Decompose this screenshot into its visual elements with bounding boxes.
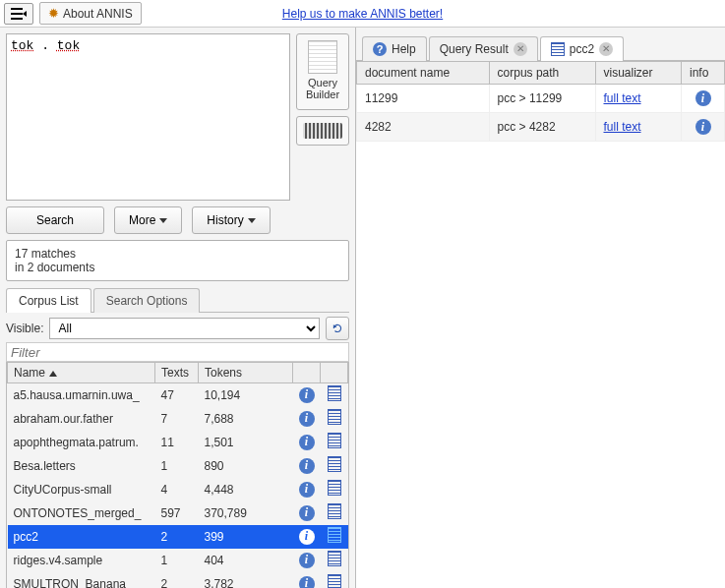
info-icon[interactable]: i — [299, 435, 315, 450]
help-us-link[interactable]: Help us to make ANNIS better! — [282, 7, 443, 21]
table-row[interactable]: Besa.letters1890i — [8, 454, 348, 478]
help-icon: ? — [373, 42, 387, 56]
document-icon[interactable] — [328, 480, 341, 496]
corpus-tokens: 370,789 — [199, 501, 293, 525]
query-builder-label: QueryBuilder — [306, 77, 339, 100]
doc-path: pcc > 11299 — [489, 85, 595, 113]
col-texts[interactable]: Texts — [155, 363, 199, 383]
corpus-tokens: 10,194 — [199, 383, 293, 407]
corpus-filter-input[interactable] — [6, 342, 349, 362]
table-row[interactable]: apophthegmata.patrum.111,501i — [8, 431, 348, 454]
menu-toggle-button[interactable] — [4, 3, 33, 25]
corpus-tokens: 3,782 — [199, 572, 293, 589]
table-row[interactable]: ridges.v4.sample1404i — [8, 549, 348, 572]
table-row: 11299pcc > 11299full texti — [357, 85, 725, 113]
corpus-name: abraham.our.father — [8, 407, 155, 431]
document-icon — [551, 42, 565, 56]
corpus-texts: 4 — [155, 478, 199, 501]
corpus-tokens: 404 — [199, 549, 293, 572]
keyboard-icon — [303, 123, 342, 139]
corpus-table: Name Texts Tokens a5.hausa.umarnin.uwa_4… — [7, 362, 348, 588]
document-icon[interactable] — [328, 456, 341, 472]
query-builder-button[interactable]: QueryBuilder — [296, 33, 349, 110]
document-icon[interactable] — [328, 527, 341, 543]
history-button[interactable]: History — [192, 206, 270, 234]
query-editor[interactable]: tok . tok — [6, 33, 290, 201]
document-icon[interactable] — [328, 385, 341, 401]
corpus-texts: 7 — [155, 407, 199, 431]
document-icon[interactable] — [328, 574, 341, 588]
col-name[interactable]: Name — [8, 363, 155, 383]
table-row[interactable]: abraham.our.father77,688i — [8, 407, 348, 431]
tab-help[interactable]: ? Help — [362, 36, 427, 61]
doc-path: pcc > 4282 — [489, 113, 595, 142]
chevron-down-icon — [159, 218, 167, 223]
tab-corpus-list[interactable]: Corpus List — [6, 288, 91, 313]
corpus-name: pcc2 — [8, 525, 155, 549]
visible-label: Visible: — [6, 322, 43, 335]
corpus-tokens: 7,688 — [199, 407, 293, 431]
status-box: 17 matches in 2 documents — [6, 240, 349, 281]
corpus-texts: 47 — [155, 383, 199, 407]
col-corpus-path[interactable]: corpus path — [489, 62, 595, 85]
table-row[interactable]: pcc22399i — [8, 525, 348, 549]
document-icon[interactable] — [328, 503, 341, 519]
col-doc — [321, 363, 348, 383]
corpus-texts: 11 — [155, 431, 199, 454]
col-info[interactable]: info — [682, 62, 725, 85]
corpus-tokens: 890 — [199, 454, 293, 478]
corpus-texts: 2 — [155, 572, 199, 589]
info-icon[interactable]: i — [299, 482, 315, 498]
star-icon: ✹ — [48, 6, 59, 21]
corpus-texts: 1 — [155, 454, 199, 478]
tab-search-options[interactable]: Search Options — [93, 288, 201, 313]
doc-name: 4282 — [357, 113, 490, 142]
close-icon[interactable]: ✕ — [599, 42, 613, 56]
about-button[interactable]: ✹ About ANNIS — [39, 2, 142, 25]
sort-asc-icon — [49, 371, 57, 377]
corpus-name: apophthegmata.patrum. — [8, 431, 155, 454]
virtual-keyboard-button[interactable] — [296, 116, 349, 146]
search-button[interactable]: Search — [6, 206, 104, 234]
corpus-tokens: 1,501 — [199, 431, 293, 454]
document-icon[interactable] — [328, 433, 341, 448]
col-tokens[interactable]: Tokens — [199, 363, 293, 383]
info-icon[interactable]: i — [299, 553, 315, 568]
document-icon[interactable] — [328, 409, 341, 425]
corpus-name: ONTONOTES_merged_ — [8, 501, 155, 525]
document-icon[interactable] — [328, 551, 341, 566]
info-icon[interactable]: i — [299, 576, 315, 589]
tab-current-corpus[interactable]: pcc2 ✕ — [540, 36, 624, 61]
corpus-name: a5.hausa.umarnin.uwa_ — [8, 383, 155, 407]
corpus-name: Besa.letters — [8, 454, 155, 478]
visible-select[interactable]: All — [49, 318, 320, 339]
info-icon[interactable]: i — [299, 387, 315, 403]
info-icon[interactable]: i — [299, 505, 315, 521]
info-icon[interactable]: i — [299, 529, 315, 545]
status-doc-count: in 2 documents — [15, 261, 340, 274]
visualizer-link[interactable]: full text — [604, 91, 641, 105]
table-row[interactable]: SMULTRON_Banana23,782i — [8, 572, 348, 589]
corpus-texts: 597 — [155, 501, 199, 525]
chevron-down-icon — [248, 218, 256, 223]
col-visualizer[interactable]: visualizer — [595, 62, 682, 85]
corpus-texts: 1 — [155, 549, 199, 572]
corpus-name: CityUCorpus-small — [8, 478, 155, 501]
status-match-count: 17 matches — [15, 247, 340, 261]
more-button[interactable]: More — [114, 206, 182, 234]
table-row[interactable]: ONTONOTES_merged_597370,789i — [8, 501, 348, 525]
about-label: About ANNIS — [63, 7, 133, 21]
info-icon[interactable]: i — [695, 119, 711, 135]
info-icon[interactable]: i — [299, 411, 315, 427]
corpus-tokens: 4,448 — [199, 478, 293, 501]
table-row[interactable]: CityUCorpus-small44,448i — [8, 478, 348, 501]
col-document-name[interactable]: document name — [357, 62, 490, 85]
document-icon — [308, 40, 337, 74]
close-icon[interactable]: ✕ — [514, 42, 527, 56]
visualizer-link[interactable]: full text — [604, 120, 641, 134]
tab-query-result[interactable]: Query Result ✕ — [429, 36, 538, 61]
info-icon[interactable]: i — [695, 90, 711, 106]
info-icon[interactable]: i — [299, 458, 315, 474]
refresh-button[interactable] — [326, 317, 349, 340]
table-row[interactable]: a5.hausa.umarnin.uwa_4710,194i — [8, 383, 348, 407]
